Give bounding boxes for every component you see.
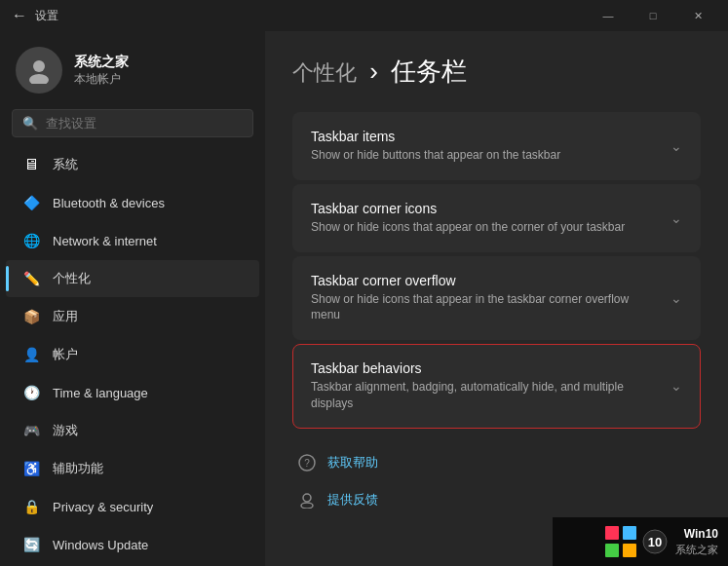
sidebar-item-label: Privacy & security [53, 500, 153, 514]
watermark-line2: 系统之家 [675, 543, 718, 556]
card-title: Taskbar corner overflow [311, 273, 659, 288]
sidebar-item-time[interactable]: 🕐 Time & language [6, 374, 259, 411]
sidebar-item-personalization[interactable]: ✏️ 个性化 [6, 260, 259, 297]
watermark-line1: Win10 [675, 527, 718, 543]
card-title: Taskbar items [311, 129, 659, 144]
card-desc: Taskbar alignment, badging, automaticall… [311, 379, 659, 412]
get-help-label[interactable]: 获取帮助 [327, 454, 378, 472]
user-name: 系统之家 [74, 54, 129, 71]
chevron-icon: ⌄ [671, 290, 682, 306]
sidebar-item-accessibility[interactable]: ♿ 辅助功能 [6, 450, 259, 487]
bluetooth-icon: 🔷 [21, 193, 41, 212]
sidebar-item-apps[interactable]: 📦 应用 [6, 298, 259, 335]
titlebar-controls: — □ ✕ [586, 0, 720, 31]
privacy-icon: 🔒 [21, 497, 41, 516]
sidebar-item-network[interactable]: 🌐 Network & internet [6, 222, 259, 259]
svg-rect-9 [623, 544, 636, 557]
svg-text:10: 10 [648, 535, 662, 549]
page-title: 个性化 › 任务栏 [292, 55, 701, 89]
sidebar-item-bluetooth[interactable]: 🔷 Bluetooth & devices [6, 184, 259, 221]
watermark: 10 Win10 系统之家 [553, 517, 728, 566]
sidebar-item-update[interactable]: 🔄 Windows Update [6, 526, 259, 563]
sidebar-item-label: Bluetooth & devices [53, 196, 165, 210]
help-icon: ? [296, 452, 318, 473]
svg-point-1 [29, 74, 49, 84]
breadcrumb-part1: 个性化 [292, 60, 357, 85]
sidebar-item-label: 系统 [53, 156, 78, 173]
content-area: 个性化 › 任务栏 Taskbar items Show or hide but… [265, 31, 728, 566]
app-container: 系统之家 本地帐户 🔍 🖥 系统 🔷 Bluetooth & devices 🌐… [0, 31, 728, 566]
watermark-icons: 10 [603, 524, 670, 559]
sidebar-item-system[interactable]: 🖥 系统 [6, 146, 259, 183]
card-title: Taskbar corner icons [311, 201, 659, 216]
user-profile[interactable]: 系统之家 本地帐户 [0, 31, 265, 105]
search-box[interactable]: 🔍 [12, 109, 253, 137]
titlebar-left: ← 设置 [12, 7, 58, 24]
chevron-icon: ⌄ [671, 378, 682, 394]
card-desc: Show or hide icons that appear on the co… [311, 219, 659, 236]
chevron-icon: ⌄ [671, 210, 682, 226]
maximize-button[interactable]: □ [631, 0, 675, 31]
taskbar-behaviors-card[interactable]: Taskbar behaviors Taskbar alignment, bad… [292, 344, 701, 429]
user-subtitle: 本地帐户 [74, 71, 129, 88]
card-text: Taskbar corner icons Show or hide icons … [311, 201, 659, 236]
get-help-item[interactable]: ? 获取帮助 [292, 444, 701, 481]
card-title: Taskbar behaviors [311, 360, 659, 376]
feedback-icon [296, 489, 318, 510]
svg-rect-6 [605, 526, 619, 540]
sidebar-item-label: 应用 [53, 308, 78, 325]
card-desc: Show or hide buttons that appear on the … [311, 147, 659, 164]
taskbar-items-card[interactable]: Taskbar items Show or hide buttons that … [292, 112, 701, 180]
taskbar-corner-overflow-card[interactable]: Taskbar corner overflow Show or hide ico… [292, 256, 701, 341]
network-icon: 🌐 [21, 231, 41, 250]
breadcrumb-separator: › [369, 57, 378, 86]
card-inner: Taskbar corner overflow Show or hide ico… [293, 257, 700, 340]
sidebar-item-gaming[interactable]: 🎮 游戏 [6, 412, 259, 449]
svg-point-5 [301, 503, 313, 509]
feedback-label[interactable]: 提供反馈 [327, 491, 378, 509]
nav-list: 🖥 系统 🔷 Bluetooth & devices 🌐 Network & i… [0, 145, 265, 566]
svg-text:?: ? [304, 458, 310, 469]
sidebar-item-label: Time & language [53, 386, 148, 400]
accessibility-icon: ♿ [21, 459, 41, 478]
card-inner: Taskbar corner icons Show or hide icons … [293, 185, 700, 251]
titlebar: ← 设置 — □ ✕ [0, 0, 728, 31]
sidebar-item-label: 个性化 [53, 270, 91, 287]
search-input[interactable] [46, 116, 243, 131]
time-icon: 🕐 [21, 383, 41, 402]
sidebar-item-label: Network & internet [53, 234, 157, 248]
card-desc: Show or hide icons that appear in the ta… [311, 291, 659, 324]
apps-icon: 📦 [21, 307, 41, 326]
card-inner: Taskbar behaviors Taskbar alignment, bad… [293, 345, 700, 428]
system-icon: 🖥 [21, 155, 41, 174]
titlebar-title: 设置 [35, 8, 58, 24]
breadcrumb-part2: 任务栏 [391, 57, 467, 86]
personalization-icon: ✏️ [21, 269, 41, 288]
minimize-button[interactable]: — [586, 0, 631, 31]
svg-point-4 [303, 494, 311, 502]
svg-point-0 [33, 60, 45, 72]
card-text: Taskbar behaviors Taskbar alignment, bad… [311, 360, 659, 412]
accounts-icon: 👤 [21, 345, 41, 364]
sidebar-item-label: 辅助功能 [53, 460, 103, 477]
card-text: Taskbar items Show or hide buttons that … [311, 129, 659, 164]
user-info: 系统之家 本地帐户 [74, 54, 129, 88]
close-button[interactable]: ✕ [675, 0, 720, 31]
update-icon: 🔄 [21, 535, 41, 554]
feedback-item[interactable]: 提供反馈 [292, 481, 701, 518]
chevron-icon: ⌄ [671, 138, 682, 154]
taskbar-corner-icons-card[interactable]: Taskbar corner icons Show or hide icons … [292, 184, 701, 252]
sidebar: 系统之家 本地帐户 🔍 🖥 系统 🔷 Bluetooth & devices 🌐… [0, 31, 265, 566]
sidebar-item-label: Windows Update [53, 538, 148, 552]
gaming-icon: 🎮 [21, 421, 41, 440]
sidebar-item-label: 游戏 [53, 422, 78, 439]
sidebar-item-accounts[interactable]: 👤 帐户 [6, 336, 259, 373]
sidebar-item-label: 帐户 [53, 346, 78, 363]
svg-rect-8 [605, 544, 619, 557]
card-inner: Taskbar items Show or hide buttons that … [293, 113, 700, 179]
back-button[interactable]: ← [12, 7, 27, 24]
sidebar-item-privacy[interactable]: 🔒 Privacy & security [6, 488, 259, 525]
watermark-text: Win10 系统之家 [675, 527, 718, 556]
search-icon: 🔍 [22, 116, 38, 131]
avatar [16, 47, 62, 94]
